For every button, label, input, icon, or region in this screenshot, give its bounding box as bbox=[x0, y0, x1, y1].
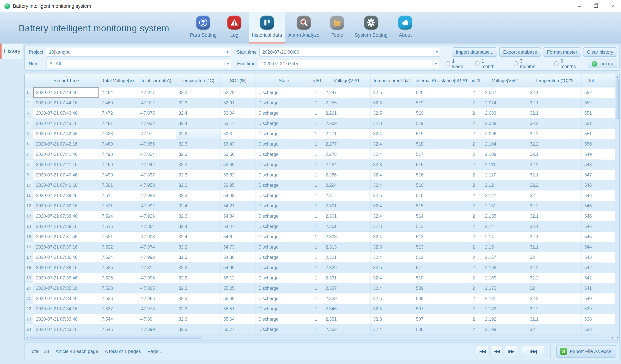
cell[interactable]: 54.6 bbox=[221, 232, 256, 242]
cell[interactable]: 54.86 bbox=[221, 252, 256, 263]
cell[interactable]: 1 bbox=[312, 252, 323, 263]
cell[interactable]: 7.525 bbox=[99, 263, 137, 273]
cell[interactable]: 2 bbox=[470, 170, 483, 180]
cell[interactable]: 2.352 bbox=[323, 324, 371, 335]
cell[interactable]: 2 bbox=[470, 201, 483, 211]
cell[interactable]: 2 bbox=[470, 139, 483, 149]
cell[interactable]: 516 bbox=[413, 170, 470, 180]
radio-1-week[interactable]: 1 week bbox=[446, 58, 464, 69]
cell[interactable]: 2.284 bbox=[323, 159, 371, 170]
cell[interactable]: 2020-07-21 07:41:46 bbox=[33, 149, 99, 159]
cell[interactable]: 1 bbox=[312, 263, 323, 273]
cell[interactable]: -47.992 bbox=[137, 252, 176, 263]
cell[interactable]: 7.526 bbox=[99, 273, 137, 283]
cell[interactable]: 7.522 bbox=[99, 242, 137, 252]
toolbar-about[interactable]: About bbox=[391, 13, 420, 44]
cell[interactable]: -47.983 bbox=[137, 190, 176, 201]
cell[interactable]: 32.4 bbox=[176, 221, 221, 232]
cell[interactable]: 2.157 bbox=[483, 252, 527, 263]
cell[interactable]: 7.537 bbox=[99, 304, 137, 314]
cell[interactable]: 2.198 bbox=[483, 324, 527, 335]
cell[interactable]: -47.966 bbox=[137, 293, 176, 304]
cell[interactable]: 548 bbox=[582, 159, 601, 170]
cell[interactable]: Discharge bbox=[256, 129, 312, 139]
cell[interactable]: 32.2 bbox=[527, 293, 582, 304]
cell[interactable]: 7.483 bbox=[99, 129, 137, 139]
row-number[interactable]: 2 bbox=[25, 98, 33, 108]
cell[interactable]: 2.108 bbox=[483, 149, 527, 159]
cell[interactable]: 538 bbox=[582, 324, 601, 335]
cell[interactable]: 32.2 bbox=[527, 139, 582, 149]
toolbar-alarm-analyze[interactable]: Alarm Analyze bbox=[285, 13, 323, 44]
cell[interactable]: 2.331 bbox=[323, 273, 371, 283]
cell[interactable]: 2.278 bbox=[323, 149, 371, 159]
row-number[interactable]: 14 bbox=[25, 221, 33, 232]
cell[interactable]: 32.3 bbox=[176, 304, 221, 314]
cell[interactable]: 32.5 bbox=[371, 293, 413, 304]
cell[interactable]: 545 bbox=[582, 232, 601, 242]
cell[interactable]: 2.189 bbox=[483, 304, 527, 314]
cell[interactable]: Discharge bbox=[256, 139, 312, 149]
cell[interactable]: 2.301 bbox=[323, 211, 371, 221]
cell[interactable]: 2 bbox=[470, 211, 483, 221]
cell[interactable]: 32.3 bbox=[176, 211, 221, 221]
column-header-id#1[interactable]: id#1 bbox=[312, 74, 323, 87]
chevron-down-icon[interactable]: ▾ bbox=[224, 61, 231, 66]
cell[interactable]: 7.498 bbox=[99, 149, 137, 159]
cell[interactable]: 32 bbox=[527, 190, 582, 201]
cell[interactable]: 2.321 bbox=[323, 252, 371, 263]
clear-history-button[interactable]: Clear history bbox=[583, 47, 617, 57]
row-number[interactable]: 12 bbox=[25, 201, 33, 211]
cell[interactable]: -47.837 bbox=[137, 170, 176, 180]
sidebar-item-history[interactable]: History bbox=[0, 44, 23, 59]
cell[interactable]: -47.864 bbox=[137, 221, 176, 232]
radio-6-months[interactable]: 6 months bbox=[554, 58, 577, 69]
column-header-temperature(°C)[interactable]: temperature(°C) bbox=[176, 74, 221, 87]
cell[interactable]: 32.2 bbox=[527, 273, 582, 283]
column-header-Temperature(°C)#1[interactable]: Temperature(°C)#1 bbox=[371, 74, 413, 87]
row-number[interactable]: 4 bbox=[25, 118, 33, 129]
next-page-button[interactable]: ▶▶ bbox=[505, 346, 517, 357]
cell[interactable]: 2 bbox=[470, 273, 483, 283]
cell[interactable]: 2 bbox=[470, 304, 483, 314]
scroll-right-icon[interactable]: ▶ bbox=[610, 336, 615, 339]
cell[interactable]: 32.3 bbox=[176, 293, 221, 304]
cell[interactable]: 2.277 bbox=[323, 139, 371, 149]
cell[interactable]: 508 bbox=[413, 293, 470, 304]
cell[interactable]: 2.111 bbox=[483, 159, 527, 170]
cell[interactable]: 1 bbox=[312, 242, 323, 252]
cell[interactable]: 2.12 bbox=[483, 180, 527, 190]
cell[interactable]: 1 bbox=[312, 139, 323, 149]
cell[interactable]: 513 bbox=[413, 221, 470, 232]
cell[interactable]: 32.3 bbox=[371, 118, 413, 129]
cell[interactable]: 2.3 bbox=[323, 190, 371, 201]
cell[interactable]: -47.899 bbox=[137, 324, 176, 335]
row-number[interactable]: 17 bbox=[25, 252, 33, 263]
cell[interactable]: 53.3 bbox=[221, 129, 256, 139]
cell[interactable]: 546 bbox=[582, 211, 601, 221]
row-number[interactable]: 7 bbox=[25, 149, 33, 159]
cell[interactable]: 552 bbox=[582, 98, 601, 108]
row-number[interactable]: 5 bbox=[25, 129, 33, 139]
cell[interactable]: -47.834 bbox=[137, 149, 176, 159]
cell[interactable]: 2.181 bbox=[483, 293, 527, 304]
cell[interactable]: 2020-07-21 07:35:46 bbox=[33, 273, 99, 283]
cell[interactable]: 1 bbox=[312, 221, 323, 232]
cell[interactable]: 2.172 bbox=[483, 283, 527, 293]
cell[interactable]: 2.088 bbox=[483, 118, 527, 129]
cell[interactable]: 2020-07-21 07:44:16 bbox=[33, 98, 99, 108]
cell[interactable]: 516 bbox=[413, 159, 470, 170]
cell[interactable]: Discharge bbox=[256, 273, 312, 283]
horizontal-scrollbar[interactable]: ◀ ▶ bbox=[25, 335, 615, 340]
cell[interactable]: 514 bbox=[413, 211, 470, 221]
cell[interactable]: 32.3 bbox=[176, 170, 221, 180]
cell[interactable]: 551 bbox=[582, 108, 601, 118]
cell[interactable]: 546 bbox=[582, 221, 601, 232]
cell[interactable]: 32.4 bbox=[371, 201, 413, 211]
cell[interactable]: 7.464 bbox=[99, 87, 137, 98]
cell[interactable]: 7.469 bbox=[99, 98, 137, 108]
cell[interactable]: 32.2 bbox=[176, 242, 221, 252]
row-number[interactable]: 16 bbox=[25, 242, 33, 252]
cell[interactable]: 53.69 bbox=[221, 159, 256, 170]
cell[interactable]: 32 bbox=[527, 252, 582, 263]
